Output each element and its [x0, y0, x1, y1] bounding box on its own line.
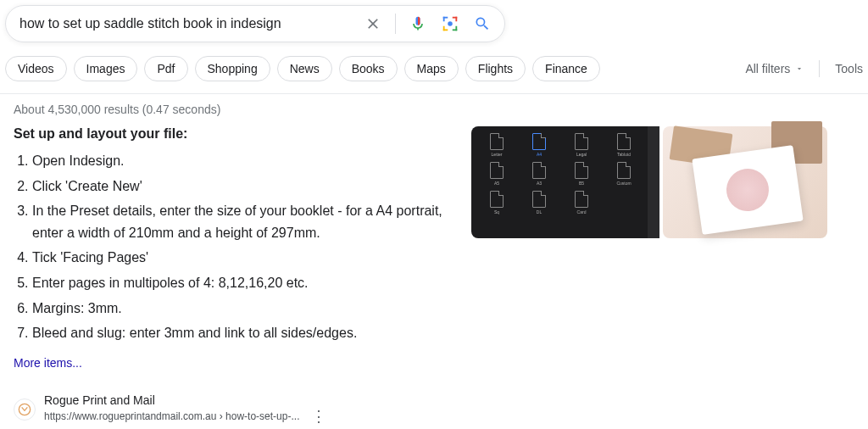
source-name: Rogue Print and Mail: [44, 393, 333, 407]
lens-icon[interactable]: [440, 14, 460, 34]
chip-pdf[interactable]: Pdf: [144, 56, 187, 81]
more-items-link[interactable]: More items...: [14, 356, 454, 370]
step-item: Open Indesign.: [32, 150, 454, 172]
step-item: Click 'Create New': [32, 176, 454, 198]
svg-rect-5: [443, 26, 445, 31]
separator: [819, 60, 820, 77]
chip-books[interactable]: Books: [339, 56, 398, 81]
step-item: Enter pages in multipoles of 4: 8,12,16,…: [32, 272, 454, 294]
mic-icon[interactable]: [408, 14, 428, 34]
chip-flights[interactable]: Flights: [465, 56, 526, 81]
step-item: In the Preset details, enter the size of…: [32, 200, 454, 243]
svg-rect-7: [455, 26, 457, 31]
separator: [395, 14, 396, 34]
chip-maps[interactable]: Maps: [404, 56, 459, 81]
all-filters-label: All filters: [745, 62, 790, 75]
favicon: [14, 398, 36, 421]
chip-news[interactable]: News: [277, 56, 332, 81]
svg-rect-1: [443, 17, 445, 22]
clear-icon[interactable]: [363, 14, 383, 34]
thumbnail-indesign-presets: Letter A4 Legal Tabloid A5 A3 B5 Custom …: [471, 126, 659, 238]
result-stats: About 4,530,000 results (0.47 seconds): [14, 103, 854, 116]
all-filters-button[interactable]: All filters: [745, 62, 804, 75]
svg-point-9: [19, 404, 30, 415]
filter-row: Videos Images Pdf Shopping News Books Ma…: [0, 42, 868, 90]
snippet-heading: Set up and layout your file:: [14, 126, 454, 142]
search-bar[interactable]: [5, 5, 505, 42]
chip-finance[interactable]: Finance: [532, 56, 600, 81]
source-url: https://www.rogueprintandmail.com.au › h…: [44, 410, 299, 422]
svg-rect-3: [455, 17, 457, 22]
step-item: Tick 'Facing Pages': [32, 247, 454, 269]
tools-button[interactable]: Tools: [835, 62, 863, 75]
chip-videos[interactable]: Videos: [5, 56, 67, 81]
thumbnail-book-mockup: [663, 126, 827, 238]
search-icon[interactable]: [472, 14, 492, 34]
search-input[interactable]: [19, 16, 363, 31]
more-options-icon[interactable]: ⋮: [304, 407, 333, 426]
snippet-steps: Open Indesign. Click 'Create New' In the…: [14, 150, 454, 344]
step-item: Bleed and slug: enter 3mm and link to al…: [32, 322, 454, 344]
chevron-down-icon: [795, 64, 804, 73]
chip-shopping[interactable]: Shopping: [195, 56, 270, 81]
step-item: Margins: 3mm.: [32, 298, 454, 320]
chip-images[interactable]: Images: [74, 56, 138, 81]
snippet-thumbnails[interactable]: Letter A4 Legal Tabloid A5 A3 B5 Custom …: [471, 126, 827, 238]
divider: [0, 93, 868, 94]
svg-point-8: [448, 21, 453, 26]
